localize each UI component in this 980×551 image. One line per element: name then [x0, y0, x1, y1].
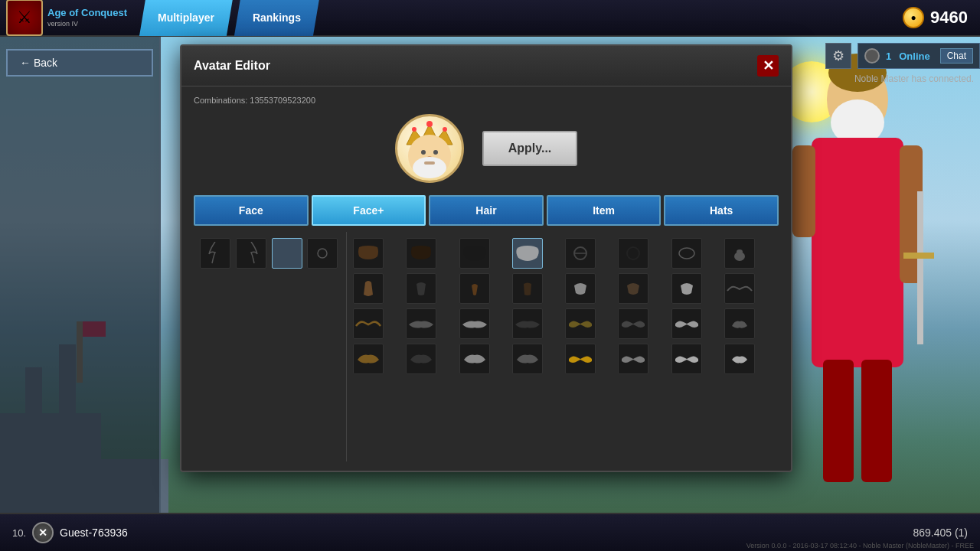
- online-count: 1: [886, 51, 891, 62]
- nav-multiplayer[interactable]: Multiplayer: [139, 0, 233, 36]
- modal-overlay: Avatar Editor ✕ Combinations: 1355370952…: [161, 37, 812, 513]
- modal-body: Combinations: 13553709523200: [181, 86, 791, 471]
- chin-item-7[interactable]: [618, 273, 648, 304]
- content-area: [194, 232, 779, 461]
- tab-bar: Face Face+ Hair Item Hats: [194, 195, 779, 226]
- beard-item-3[interactable]: [459, 238, 490, 269]
- tab-face-plus[interactable]: Face+: [312, 195, 426, 226]
- svg-rect-8: [861, 360, 892, 482]
- left-item-1[interactable]: [200, 238, 230, 269]
- must2-item-7[interactable]: [618, 344, 648, 374]
- must2-item-2[interactable]: [353, 344, 384, 374]
- nav-rankings[interactable]: Rankings: [234, 0, 319, 36]
- player-name: Guest-763936: [60, 527, 128, 539]
- left-sidebar: ← Back: [0, 37, 161, 513]
- chin-item-8[interactable]: [671, 273, 702, 304]
- coin-icon: ●: [903, 7, 924, 28]
- svg-point-12: [412, 127, 416, 132]
- chin-item-6[interactable]: [565, 273, 596, 304]
- beard-item-1[interactable]: [353, 238, 384, 269]
- svg-point-20: [318, 249, 327, 258]
- modal-header: Avatar Editor ✕: [181, 46, 791, 86]
- chin-item-5[interactable]: [512, 273, 543, 304]
- avatar-editor-modal: Avatar Editor ✕ Combinations: 1355370952…: [180, 44, 792, 472]
- svg-point-16: [433, 150, 438, 155]
- apply-button[interactable]: Apply...: [482, 131, 578, 166]
- bottom-bar: 10. ✕ Guest-763936 869.405 (1) Version 0…: [0, 513, 980, 551]
- must-item-7[interactable]: [618, 308, 648, 339]
- must-item-4[interactable]: [459, 308, 490, 339]
- must-item-3[interactable]: [406, 308, 436, 339]
- left-item-3[interactable]: [272, 238, 302, 269]
- svg-point-11: [426, 121, 433, 127]
- tab-face[interactable]: Face: [194, 195, 309, 226]
- beard-item-5[interactable]: [565, 238, 596, 269]
- logo-area: ⚔ Age of Conquest version IV: [0, 0, 138, 36]
- must-item-2[interactable]: [353, 308, 384, 339]
- right-items-panel: [347, 232, 779, 461]
- gear-button[interactable]: ⚙: [825, 43, 851, 69]
- beard-item-4-selected[interactable]: [512, 238, 543, 269]
- must2-item-3[interactable]: [406, 344, 436, 374]
- must2-item-8[interactable]: [671, 344, 702, 374]
- chat-button[interactable]: Chat: [940, 48, 973, 64]
- chin-item-3[interactable]: [406, 273, 436, 304]
- svg-point-18: [413, 157, 446, 178]
- must2-item-5[interactable]: [512, 344, 543, 374]
- version-text: Version 0.0.0 - 2016-03-17 08:12:40 - No…: [746, 542, 974, 549]
- must-item-6[interactable]: [565, 308, 596, 339]
- chin-item-2[interactable]: [353, 273, 384, 304]
- player-score: 869.405 (1): [913, 527, 968, 539]
- svg-point-26: [737, 249, 743, 254]
- logo-text: Age of Conquest version IV: [47, 7, 127, 29]
- must-item-5[interactable]: [512, 308, 543, 339]
- svg-rect-2: [812, 138, 903, 367]
- left-item-2[interactable]: [236, 238, 266, 269]
- modal-title: Avatar Editor: [194, 59, 270, 73]
- online-bar: 1 Online Chat: [858, 43, 980, 69]
- back-button[interactable]: ← Back: [6, 49, 153, 77]
- must2-item-4[interactable]: [459, 344, 490, 374]
- svg-point-13: [443, 127, 447, 132]
- must3-item-1[interactable]: [724, 344, 755, 374]
- must2-item-6[interactable]: [565, 344, 596, 374]
- avatar-preview: [395, 114, 464, 183]
- player-rank: 10.: [12, 527, 26, 539]
- beard-item-7[interactable]: [671, 238, 702, 269]
- left-item-4[interactable]: [307, 238, 338, 269]
- left-items-panel: [194, 232, 347, 461]
- svg-rect-5: [917, 191, 923, 344]
- svg-point-15: [421, 150, 426, 155]
- svg-point-24: [679, 248, 694, 259]
- tab-hats[interactable]: Hats: [664, 195, 779, 226]
- svg-rect-19: [424, 161, 435, 165]
- chat-message: Noble Master has connected.: [854, 73, 974, 84]
- tab-hair[interactable]: Hair: [429, 195, 544, 226]
- combinations-text: Combinations: 13553709523200: [194, 96, 779, 105]
- must-item-8[interactable]: [671, 308, 702, 339]
- svg-point-23: [627, 247, 639, 259]
- avatar-svg: [399, 118, 460, 179]
- tab-item[interactable]: Item: [547, 195, 662, 226]
- coin-count: 9460: [930, 8, 968, 28]
- svg-rect-7: [823, 360, 854, 482]
- beard-item-2[interactable]: [406, 238, 436, 269]
- beard-item-6[interactable]: [618, 238, 648, 269]
- must-item-1[interactable]: [724, 273, 755, 304]
- coins-area: ● 9460: [903, 7, 980, 28]
- online-label: Online: [899, 51, 929, 62]
- player-icon: ✕: [32, 522, 54, 543]
- top-bar: ⚔ Age of Conquest version IV Multiplayer…: [0, 0, 980, 37]
- online-avatar: [864, 48, 880, 64]
- chin-item-4[interactable]: [459, 273, 490, 304]
- must2-item-1[interactable]: [724, 308, 755, 339]
- logo-shield: ⚔: [6, 0, 43, 36]
- chin-item-1[interactable]: [724, 238, 755, 269]
- modal-close-button[interactable]: ✕: [757, 55, 779, 77]
- avatar-preview-area: Apply...: [194, 114, 779, 183]
- svg-rect-6: [903, 253, 934, 259]
